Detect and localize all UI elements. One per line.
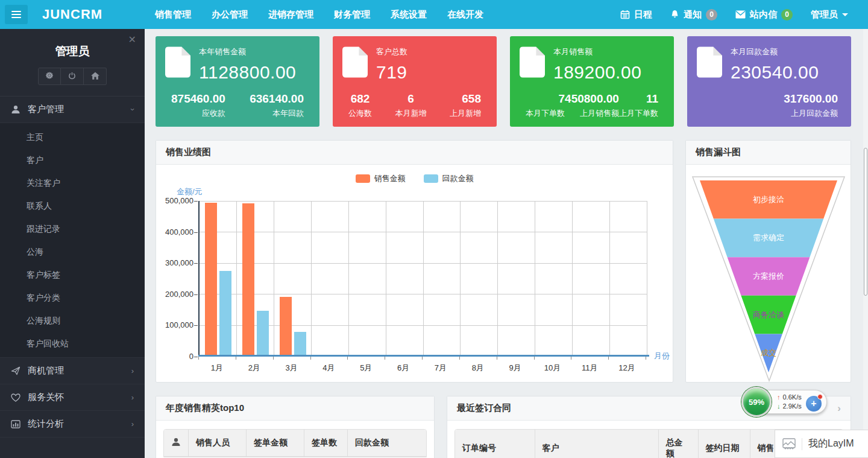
panel-title: 年度销售精英top10: [166, 402, 244, 414]
stat-card: 本月回款金额230540.00317600.00上月回款金额: [687, 36, 851, 127]
sidebar-item-客户分类[interactable]: 客户分类: [0, 286, 145, 309]
sidebar-item-关注客户[interactable]: 关注客户: [0, 171, 145, 194]
nav-menu-item[interactable]: 销售管理: [145, 0, 201, 29]
card-stat: 7本月下单数: [526, 92, 565, 119]
column-header: 签约日期: [698, 430, 750, 458]
gear-icon: [45, 71, 54, 81]
month-label: 6月: [385, 363, 422, 374]
month-label: 8月: [459, 363, 497, 374]
nav-menu-item[interactable]: 在线开发: [437, 0, 494, 29]
schedule-menu-item[interactable]: 日程: [611, 0, 661, 29]
broken-image-icon: [782, 438, 802, 450]
sidebar-item-客户回收站[interactable]: 客户回收站: [0, 332, 145, 355]
sidebar-item-跟进记录[interactable]: 跟进记录: [0, 217, 145, 240]
top10-panel: 年度销售精英top10 销售人员签单金额签单数回款金额: [156, 396, 435, 458]
profile-actions: [0, 68, 145, 85]
stat-card: 本年销售金额1128800.00875460.00应收款636140.00本年回…: [156, 36, 319, 127]
notifications-badge: 0: [706, 9, 717, 21]
grid-line: [311, 201, 312, 357]
x-tick-mark: [497, 357, 497, 360]
panel-header: 年度销售精英top10: [156, 396, 434, 421]
sidebar-item-客户[interactable]: 客户: [0, 148, 145, 171]
legend-item-回款金额[interactable]: 回款金额: [424, 173, 474, 184]
scrollbar-thumb[interactable]: [864, 148, 867, 296]
sidebar-item-主页[interactable]: 主页: [0, 126, 145, 148]
card-stat: 658上月新增: [450, 92, 481, 119]
home-button[interactable]: [84, 68, 107, 85]
panel-title: 最近签订合同: [457, 402, 511, 414]
stat-label: 上月新增: [450, 108, 481, 119]
x-tick-mark: [534, 357, 535, 360]
sidebar-profile: ✕ 管理员: [0, 29, 145, 97]
y-tick-mark: [194, 263, 198, 264]
column-header: 客户: [535, 430, 658, 458]
sidebar-item-公海[interactable]: 公海: [0, 240, 145, 263]
sidebar-item-公海规则[interactable]: 公海规则: [0, 309, 145, 332]
close-icon[interactable]: ✕: [128, 35, 136, 45]
card-title: 客户总数: [376, 46, 407, 57]
sales-funnel-panel: 销售漏斗图 初步接洽需求确定方案报价商务洽谈成交: [685, 140, 851, 383]
month-label: 9月: [497, 363, 534, 374]
stat-number: 450800.00: [565, 92, 619, 106]
chart-legend: 销售金额回款金额: [156, 173, 673, 184]
top10-table: 销售人员签单金额签单数回款金额: [163, 429, 427, 457]
sidebar-section-商机管理[interactable]: 商机管理›: [0, 358, 145, 384]
caret-down-icon: [842, 13, 848, 16]
sidebar-section-label: 服务关怀: [28, 392, 64, 403]
funnel-stage-label: 初步接洽: [753, 195, 784, 204]
x-tick-mark: [646, 357, 646, 360]
nav-menu-item[interactable]: 系统设置: [380, 0, 437, 29]
messages-menu-item[interactable]: 站内信 0: [726, 0, 802, 29]
notifications-menu-item[interactable]: 通知 0: [661, 0, 726, 29]
x-tick-mark: [608, 357, 609, 360]
top-navbar: JUNCRM 销售管理办公管理进销存管理财务管理系统设置在线开发 日程 通知 0…: [0, 0, 868, 29]
y-tick-mark: [194, 201, 198, 202]
sidebar-toggle-button[interactable]: [5, 5, 28, 24]
grid-line: [497, 201, 498, 357]
card-stat: 682公海数: [348, 92, 372, 119]
card-stats: 317600.00上月回款金额: [697, 92, 841, 119]
stat-card: 本月销售额189200.007本月下单数450800.00上月销售额11上月下单…: [510, 36, 674, 127]
nav-menu-item[interactable]: 进销存管理: [258, 0, 324, 29]
nav-menu-item[interactable]: 办公管理: [201, 0, 258, 29]
sidebar-section-客户管理[interactable]: 客户管理›: [0, 97, 145, 123]
sidebar-section-服务关怀[interactable]: 服务关怀›: [0, 384, 145, 411]
layim-chat-bar[interactable]: 我的LayIM: [775, 430, 868, 458]
grid-line: [609, 201, 610, 357]
sidebar-item-客户标签[interactable]: 客户标签: [0, 263, 145, 286]
alert-dot: [817, 394, 823, 399]
legend-item-销售金额[interactable]: 销售金额: [356, 173, 406, 184]
sidebar-section-统计分析[interactable]: 统计分析›: [0, 411, 145, 437]
nav-menu-item[interactable]: 财务管理: [324, 0, 380, 29]
schedule-label: 日程: [634, 9, 652, 21]
month-label: 1月: [198, 363, 236, 374]
settings-button[interactable]: [38, 68, 61, 85]
legend-label: 销售金额: [374, 173, 406, 184]
card-top: 本月销售额189200.00: [520, 45, 664, 83]
card-stat: 317600.00上月回款金额: [784, 92, 838, 119]
panel-title: 销售漏斗图: [696, 147, 741, 158]
sales-bar: [205, 203, 217, 357]
stat-number: 7: [526, 92, 565, 106]
stat-card: 客户总数719682公海数6本月新增658上月新增: [333, 36, 497, 127]
bell-icon: [670, 10, 679, 19]
grid-line: [647, 201, 647, 357]
grid-line: [236, 201, 237, 357]
sidebar-item-联系人[interactable]: 联系人: [0, 194, 145, 217]
card-stat: 875460.00应收款: [171, 92, 225, 119]
navbar-brand-area: JUNCRM: [0, 0, 145, 29]
card-text: 本月回款金额230540.00: [731, 45, 819, 83]
payment-bar: [219, 271, 231, 357]
card-value: 189200.00: [553, 62, 641, 83]
chevron-right-icon[interactable]: ›: [837, 402, 841, 415]
user-icon: [11, 105, 22, 114]
memory-usage-gauge[interactable]: 59%: [741, 387, 772, 417]
grid-line: [572, 201, 573, 357]
column-header: 销售人员: [189, 430, 247, 457]
card-stat: 6本月新增: [395, 92, 427, 119]
app-logo[interactable]: JUNCRM: [42, 7, 102, 22]
column-header: 订单编号: [455, 430, 535, 458]
user-name: 管理员: [811, 9, 838, 21]
logout-button[interactable]: [61, 68, 84, 85]
user-menu[interactable]: 管理员: [802, 0, 857, 29]
